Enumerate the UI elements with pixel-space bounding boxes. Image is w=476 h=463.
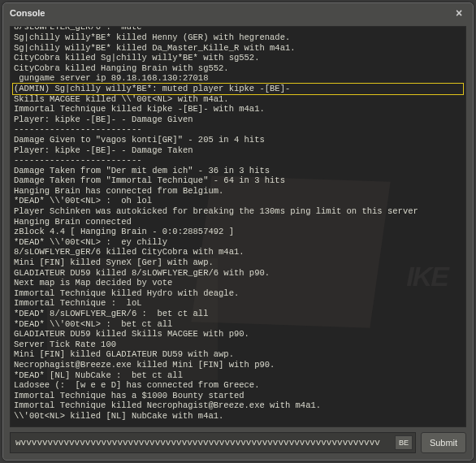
console-line: Hanging Brain has connected from Belgium… [14, 186, 462, 197]
console-line: Immortal Technique killed Necrophagist@B… [14, 400, 462, 411]
console-line: ------------------------- [14, 155, 462, 166]
console-line: Player: kipke -[BE]- - Damage Taken [14, 145, 462, 156]
console-line: Sg|chilly willy*BE* killed Henny (GER) w… [14, 32, 462, 43]
command-input[interactable] [15, 438, 389, 448]
console-line: 8/sLOWFLYER_gER/6 : mute [14, 27, 462, 32]
console-line: Skills MACGEE killed \\'00t<NL> with m4a… [14, 94, 462, 105]
console-line: Player Schinken was autokicked for break… [14, 206, 462, 217]
console-line: Hanging Brain connected [14, 217, 462, 227]
console-line: gungame server ip 89.18.168.130:27018 [14, 73, 462, 84]
console-line: Damage Given to "vagos konti[GR]" - 205 … [14, 135, 462, 145]
console-line: Mini [FIN] killed GLADIATEUR DU59 with a… [14, 349, 462, 360]
console-line: ------------------------- [14, 124, 462, 135]
console-line: Sg|chilly willy*BE* killed Da_Master_Kil… [14, 43, 462, 54]
console-line: (ADMIN) Sg|chilly willy*BE*: muted playe… [14, 84, 462, 94]
console-line: Mini [FIN] killed SyneX [Ger] with awp. [14, 257, 462, 268]
console-line: GLADIATEUR DU59 killed Skills MACGEE wit… [14, 329, 462, 340]
console-line: *DEAD* \\'00t<NL> : ey chilly [14, 237, 462, 248]
console-line: *DEAD* \\'00t<NL> : bet ct all [14, 319, 462, 330]
language-badge: BE [395, 435, 413, 450]
content-area: IKE kipke -[BE]- : Admin unmute hydro do… [3, 23, 473, 460]
console-line: Necrophagist@Breeze.exe killed Mini [FIN… [14, 360, 462, 370]
console-line: Next map is Map decided by vote [14, 278, 462, 288]
command-input-wrap[interactable]: BE [10, 432, 416, 453]
console-line: *DEAD* \\'00t<NL> : oh lol [14, 196, 462, 206]
console-line: \\'00t<NL> killed [NL] NubCake with m4a1… [14, 411, 462, 422]
console-window: Console × IKE kipke -[BE]- : Admin unmut… [2, 2, 474, 461]
submit-button[interactable]: Submit [421, 432, 466, 453]
console-line: *DEAD* [NL] NubCake : bet ct all [14, 370, 462, 381]
window-title: Console [10, 8, 452, 18]
console-line: Damage Taken from "Der mit dem ich" - 36… [14, 166, 462, 176]
console-line: Immortal Technique : loL [14, 298, 462, 309]
console-line: 8/sLOWFLYER_gER/6 killed CityCobra with … [14, 247, 462, 257]
console-line: Damage Taken from "Immortal Technique" -… [14, 175, 462, 186]
console-line: Server Tick Rate 100 [14, 340, 462, 350]
console-line: CityCobra killed Sg|chilly willy*BE* wit… [14, 53, 462, 63]
console-line: Immortal Technique killed Hydro with dea… [14, 288, 462, 299]
titlebar[interactable]: Console × [3, 3, 473, 23]
console-line: Immortal Technique has a $1000 Bounty st… [14, 391, 462, 401]
console-line: CityCobra killed Hanging Brain with sg55… [14, 63, 462, 74]
console-line: *DEAD* 8/sLOWFLYER_gER/6 : bet ct all [14, 309, 462, 319]
console-line: Immortal Technique killed kipke -[BE]- w… [14, 104, 462, 115]
input-row: BE Submit [10, 432, 466, 453]
console-line: GLADIATEUR DU59 killed 8/sLOWFLYER_gER/6… [14, 268, 462, 279]
console-line: Player: kipke -[BE]- - Damage Given [14, 115, 462, 125]
console-output: IKE kipke -[BE]- : Admin unmute hydro do… [10, 26, 466, 427]
console-line: Ladosee (: [w e e D] has connected from … [14, 380, 462, 391]
close-icon[interactable]: × [452, 6, 466, 20]
console-scroll[interactable]: kipke -[BE]- : Admin unmute hydro dont a… [11, 27, 465, 426]
console-line: zBlock 4.4 [ Hanging Brain - 0:0:2885749… [14, 227, 462, 237]
